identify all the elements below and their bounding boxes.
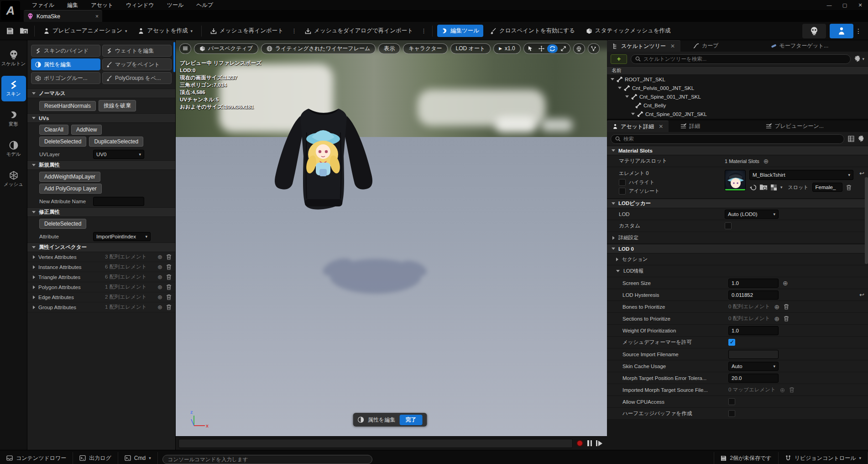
content-drawer-button[interactable]: コンテンツドロワー xyxy=(0,452,73,464)
scale-tool-button[interactable] xyxy=(558,44,569,53)
tree-name-header[interactable]: 名前 xyxy=(607,66,868,75)
edit-weights-button[interactable]: ウェイトを編集 xyxy=(102,45,172,57)
section-new-attributes[interactable]: 新規属性 xyxy=(27,160,175,170)
translate-tool-button[interactable] xyxy=(536,44,547,53)
tab-asset-details[interactable]: アセット詳細✕ xyxy=(607,121,669,132)
morph-tolerance-input[interactable] xyxy=(728,374,779,383)
collapse-icon[interactable] xyxy=(631,113,635,115)
collapse-icon[interactable] xyxy=(625,95,629,98)
done-button[interactable]: 完了 xyxy=(399,415,422,425)
menu-asset[interactable]: アセット xyxy=(85,0,119,11)
delete-slot-icon[interactable] xyxy=(846,185,852,190)
highlight-checkbox[interactable] xyxy=(619,179,626,186)
slot-name-input[interactable] xyxy=(812,183,842,192)
mesh-deformer-checkbox[interactable] xyxy=(728,339,735,346)
trash-icon[interactable] xyxy=(784,316,789,322)
inspector-row-edge[interactable]: Edge Attributes 2 配列エレメント ⊕ xyxy=(27,292,175,302)
add-bone-button[interactable]: + xyxy=(611,54,627,64)
polygroups-button[interactable]: ポリゴングルー... xyxy=(31,72,100,84)
delete-selected-uv-button[interactable]: DeleteSelected xyxy=(39,137,86,147)
inspector-row-instance[interactable]: Instance Attributes 6 配列エレメント ⊕ xyxy=(27,262,175,272)
trash-icon[interactable] xyxy=(789,387,795,393)
screen-size-input[interactable] xyxy=(728,279,779,288)
details-settings-icon[interactable] xyxy=(858,136,864,142)
make-static-mesh-button[interactable]: スタティックメッシュを作成 xyxy=(582,25,675,37)
expand-icon[interactable] xyxy=(33,255,35,259)
revert-icon[interactable]: ↩ xyxy=(859,291,864,298)
record-button[interactable] xyxy=(576,440,583,447)
material-options-icon[interactable] xyxy=(771,185,777,190)
section-modify-attributes[interactable]: 修正属性 xyxy=(27,207,175,217)
expand-icon[interactable] xyxy=(33,306,35,309)
tab-skeleton-tree[interactable]: スケルトンツリー✕ xyxy=(607,40,680,52)
unreal-logo[interactable]: A xyxy=(1,1,20,20)
row-sections[interactable]: セクション xyxy=(607,253,868,265)
inspector-row-polygon[interactable]: Polygon Attributes 1 配列エレメント ⊕ xyxy=(27,282,175,292)
create-asset-button[interactable]: アセットを作成▾ xyxy=(134,25,197,37)
add-element-icon[interactable]: ⊕ xyxy=(157,284,162,290)
output-log-button[interactable]: 出力ログ xyxy=(73,452,118,464)
left-panel-scrollbar[interactable] xyxy=(173,42,175,72)
category-material-slots[interactable]: Material Slots xyxy=(607,146,868,155)
cloth-paint-button[interactable]: クロスペイントを有効にする xyxy=(486,25,579,37)
add-element-icon[interactable]: ⊕ xyxy=(157,274,162,280)
menu-edit[interactable]: 編集 xyxy=(62,0,84,11)
tree-row-belly[interactable]: Cnt_Belly xyxy=(607,101,868,110)
step-forward-button[interactable] xyxy=(596,440,602,446)
paint-polygroups-button[interactable]: PolyGroups をペ... xyxy=(102,72,172,84)
trash-icon[interactable] xyxy=(784,304,789,310)
reset-hard-normals-button[interactable]: ResetHardNormals xyxy=(39,101,96,111)
revision-control-button[interactable]: リビジョンコントロール ▾ xyxy=(779,452,868,464)
tab-close-icon[interactable]: ✕ xyxy=(659,123,663,130)
revert-icon[interactable]: ↩ xyxy=(859,170,864,195)
tree-row-pelvis[interactable]: Cnt_Pelvis_000_JNT_SKL xyxy=(607,84,868,92)
new-attribute-name-input[interactable] xyxy=(93,197,144,206)
right-panel-scrollbar[interactable] xyxy=(865,177,868,264)
add-material-slot-icon[interactable]: ⊕ xyxy=(763,158,769,165)
cmd-dropdown[interactable]: Cmd ▾ xyxy=(118,452,158,464)
minimize-icon[interactable]: — xyxy=(821,0,837,10)
close-window-icon[interactable]: ✕ xyxy=(852,0,868,10)
half-edge-checkbox[interactable] xyxy=(728,410,735,417)
section-attribute-inspector[interactable]: 属性インスペクター xyxy=(27,243,175,252)
tab-close-icon[interactable]: ✕ xyxy=(670,43,675,49)
menu-tools[interactable]: ツール xyxy=(162,0,189,11)
bind-skin-button[interactable]: スキンのバインド xyxy=(31,45,100,57)
add-element-icon[interactable]: ⊕ xyxy=(157,253,162,260)
tab-close-icon[interactable]: × xyxy=(95,13,99,20)
weight-input[interactable] xyxy=(728,326,779,335)
section-normals[interactable]: ノーマルス xyxy=(27,89,175,98)
lod-dropdown-detail[interactable]: Auto (LOD0) xyxy=(725,210,779,219)
expand-icon[interactable] xyxy=(33,285,35,289)
category-lod-picker[interactable]: LODピッカー xyxy=(607,199,868,208)
tab-morph-targets[interactable]: モーフターゲット... xyxy=(765,40,834,52)
tree-row-spine001[interactable]: Cnt_Spine_001_JNT_SKL xyxy=(607,92,868,101)
section-uvs[interactable]: UVs xyxy=(27,113,175,123)
show-skeleton-button[interactable] xyxy=(802,24,826,38)
details-search-input[interactable] xyxy=(623,136,840,142)
reimport-mesh-button[interactable]: メッシュを再インポート xyxy=(206,25,288,37)
material-dropdown[interactable]: M_BlackTshirt xyxy=(749,170,853,180)
skeleton-tree-search-input[interactable] xyxy=(643,56,846,62)
skeleton-tree-search[interactable] xyxy=(631,54,851,64)
expand-icon[interactable] xyxy=(33,295,35,299)
perspective-dropdown[interactable]: パースペクティブ xyxy=(194,43,258,54)
edit-tools-button[interactable]: 編集ツール xyxy=(437,25,483,37)
skin-cache-dropdown[interactable]: Auto xyxy=(728,362,779,371)
rail-item-deform[interactable]: 変形 xyxy=(1,106,26,132)
menu-file[interactable]: ファイル xyxy=(26,0,60,11)
collapse-icon[interactable] xyxy=(618,87,622,89)
select-tool-button[interactable] xyxy=(525,44,536,53)
physics-button[interactable] xyxy=(588,43,600,54)
lod-hysteresis-input[interactable] xyxy=(728,290,779,300)
trash-icon[interactable] xyxy=(166,294,172,300)
attribute-dropdown[interactable]: ImportPointIndex xyxy=(93,232,151,241)
add-polygroup-layer-button[interactable]: Add PolyGroup Layer xyxy=(39,184,102,194)
rail-item-skin[interactable]: スキン xyxy=(1,76,26,101)
maximize-icon[interactable]: ▢ xyxy=(837,0,852,10)
tshirt-mesh[interactable] xyxy=(265,105,382,220)
trash-icon[interactable] xyxy=(166,274,172,280)
trash-icon[interactable] xyxy=(166,284,172,290)
rotate-tool-button[interactable] xyxy=(547,44,558,53)
rail-item-mesh[interactable]: メッシュ xyxy=(1,166,26,192)
